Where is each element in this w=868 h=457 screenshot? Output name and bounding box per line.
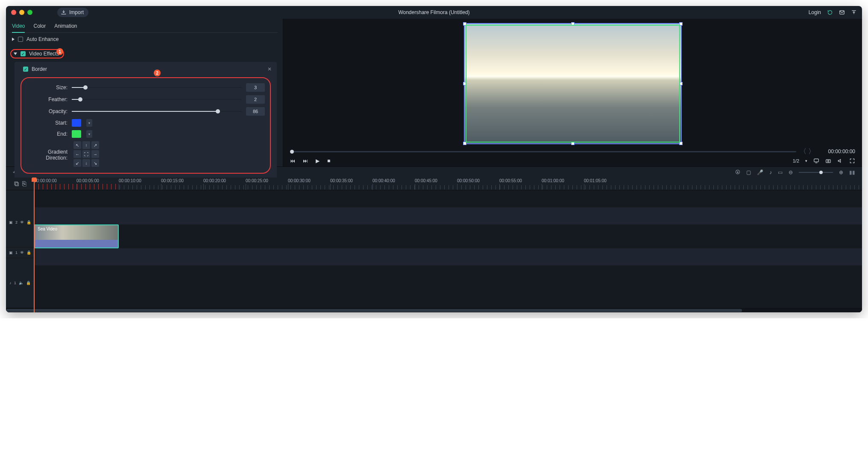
- preview-frame[interactable]: [464, 23, 682, 144]
- feather-label: Feather:: [26, 96, 67, 102]
- grad-dir-ne[interactable]: ↗: [91, 141, 99, 149]
- maximize-window-icon[interactable]: [27, 10, 32, 15]
- tab-color[interactable]: Color: [33, 21, 46, 32]
- ruler-tick: 00:01:05:00: [584, 178, 607, 183]
- auto-enhance-checkbox[interactable]: [18, 37, 23, 42]
- preview-scale[interactable]: 1/2: [793, 158, 799, 163]
- end-color-swatch[interactable]: [72, 130, 81, 138]
- border-checkbox[interactable]: ✓: [23, 67, 28, 72]
- preview-panel: 〈 〉 00:00:00:00 ⏮ ⏭ ▶ ■ 1/2 ▾: [283, 19, 862, 166]
- close-window-icon[interactable]: [11, 10, 16, 15]
- svg-rect-2: [826, 160, 831, 163]
- grad-dir-nw[interactable]: ↖: [73, 141, 81, 149]
- fit-timeline-icon[interactable]: ▮▮: [849, 169, 855, 175]
- stop-icon[interactable]: ■: [327, 158, 330, 164]
- resize-handle-e[interactable]: [679, 82, 683, 85]
- resize-handle-s[interactable]: [571, 142, 575, 145]
- timeline-clip[interactable]: Sea Video: [34, 224, 119, 248]
- mute-icon[interactable]: 🔈: [19, 281, 23, 285]
- zoom-in-icon[interactable]: ⊕: [839, 169, 843, 175]
- opacity-label: Opacity:: [26, 108, 67, 114]
- feather-value[interactable]: 2: [246, 95, 265, 104]
- resize-handle-nw[interactable]: [463, 22, 466, 26]
- link-icon[interactable]: ⎘: [22, 180, 26, 188]
- grad-dir-e[interactable]: →: [91, 150, 99, 158]
- timeline-tracks: ▣2 👁 🔒 ▣1 👁 🔒 ♪1 🔈 🔒: [6, 190, 862, 308]
- annotation-badge-2: 2: [154, 70, 161, 76]
- start-color-dropdown[interactable]: ▾: [86, 119, 92, 127]
- play-icon[interactable]: ▶: [316, 158, 320, 164]
- toggle-arrow-icon[interactable]: [12, 38, 15, 41]
- tab-animation[interactable]: Animation: [54, 21, 77, 32]
- next-frame-icon[interactable]: 〉: [808, 147, 815, 156]
- resize-handle-se[interactable]: [679, 142, 683, 145]
- grad-dir-center[interactable]: ⛶: [82, 150, 90, 158]
- marker-icon[interactable]: ▢: [746, 169, 751, 175]
- video-effects-checkbox[interactable]: ✓: [21, 51, 26, 56]
- prev-frame-icon[interactable]: 〈: [800, 147, 806, 156]
- timeline-scrollbar[interactable]: [6, 308, 862, 312]
- chevron-down-icon[interactable]: ▾: [805, 159, 807, 163]
- minimize-window-icon[interactable]: [19, 10, 24, 15]
- lock-icon[interactable]: 🔒: [26, 220, 31, 224]
- login-link[interactable]: Login: [809, 9, 821, 15]
- timeline-panel: ⧉ ⎘ 00:00:00:0000:00:05:0000:00:10:0000:…: [6, 178, 862, 312]
- app-window: Import Wondershare Filmora (Untitled) Lo…: [6, 6, 862, 312]
- visibility-icon[interactable]: 👁: [20, 220, 24, 224]
- ruler-tick: 00:01:00:00: [542, 178, 564, 183]
- resize-handle-sw[interactable]: [463, 142, 466, 145]
- tab-video[interactable]: Video: [12, 21, 25, 32]
- size-slider[interactable]: [72, 87, 242, 88]
- video-track-icon: ▣: [9, 250, 13, 255]
- feather-slider[interactable]: [72, 99, 242, 100]
- grad-dir-se[interactable]: ↘: [91, 159, 99, 167]
- preview-timecode: 00:00:00:00: [818, 148, 855, 154]
- monitor-icon[interactable]: [813, 158, 819, 164]
- ruler-tick: 00:00:50:00: [457, 178, 480, 183]
- preview-viewport[interactable]: [283, 19, 862, 148]
- resize-handle-w[interactable]: [463, 82, 466, 85]
- lock-icon[interactable]: 🔒: [26, 281, 31, 285]
- ruler-tick: 00:00:10:00: [119, 178, 141, 183]
- zoom-out-icon[interactable]: ⊖: [789, 169, 793, 175]
- ratio-icon[interactable]: ▭: [778, 169, 783, 175]
- opacity-slider[interactable]: [72, 111, 242, 112]
- ruler-tick: 00:00:55:00: [499, 178, 522, 183]
- render-icon[interactable]: ⦿: [735, 169, 740, 175]
- zoom-slider[interactable]: [799, 172, 833, 173]
- resize-handle-ne[interactable]: [679, 22, 683, 26]
- visibility-icon[interactable]: 👁: [20, 250, 24, 255]
- volume-icon[interactable]: [837, 158, 843, 164]
- mic-icon[interactable]: 🎤: [757, 169, 763, 175]
- opacity-value[interactable]: 86: [246, 107, 265, 116]
- resize-handle-n[interactable]: [571, 22, 575, 26]
- border-title-label: Border: [32, 66, 47, 72]
- prev-clip-icon[interactable]: ⏮: [290, 158, 295, 164]
- refresh-icon[interactable]: [827, 9, 833, 15]
- preview-scrub-row: 〈 〉 00:00:00:00: [283, 148, 862, 155]
- ruler-scale[interactable]: 00:00:00:0000:00:05:0000:00:10:0000:00:1…: [34, 178, 862, 190]
- preview-scrubber[interactable]: [290, 151, 796, 152]
- end-color-dropdown[interactable]: ▾: [86, 130, 92, 138]
- start-color-swatch[interactable]: [72, 119, 81, 127]
- mail-icon[interactable]: [839, 9, 845, 15]
- grad-dir-sw[interactable]: ↙: [73, 159, 81, 167]
- mixer-icon[interactable]: ♪: [769, 169, 772, 175]
- close-icon[interactable]: ✕: [267, 66, 272, 72]
- grad-dir-w[interactable]: ←: [73, 150, 81, 158]
- export-icon[interactable]: [851, 9, 857, 15]
- timeline-body[interactable]: Sea Video: [34, 190, 862, 308]
- import-button[interactable]: Import: [57, 8, 88, 17]
- grad-dir-n[interactable]: ↑: [82, 141, 90, 149]
- camera-icon[interactable]: [825, 158, 831, 164]
- ruler-tick: 00:00:20:00: [203, 178, 226, 183]
- toggle-arrow-icon[interactable]: [14, 52, 17, 55]
- fullscreen-icon[interactable]: [849, 158, 855, 164]
- size-value[interactable]: 3: [246, 83, 265, 92]
- lock-icon[interactable]: 🔒: [26, 250, 31, 255]
- magnet-icon[interactable]: ⧉: [14, 180, 19, 188]
- step-forward-icon[interactable]: ⏭: [303, 158, 308, 164]
- grad-dir-s[interactable]: ↓: [82, 159, 90, 167]
- auto-enhance-label: Auto Enhance: [26, 36, 59, 42]
- playhead[interactable]: [34, 178, 35, 312]
